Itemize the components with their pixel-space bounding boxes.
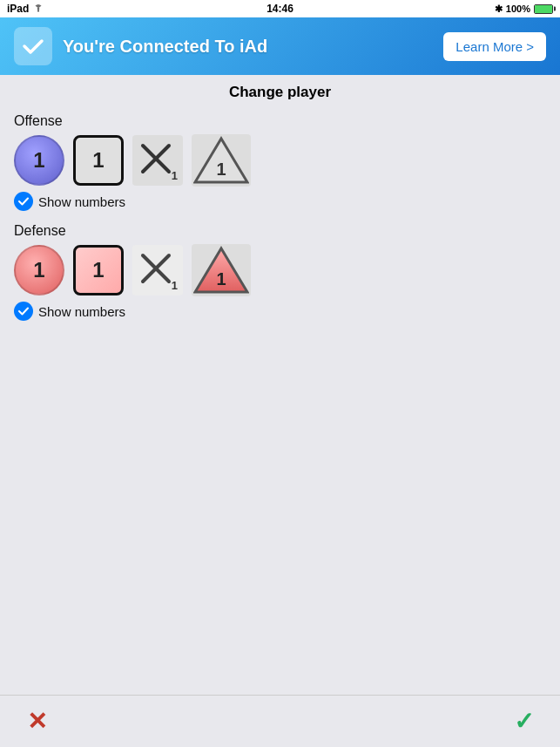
offense-square-player[interactable]: 1 — [73, 135, 124, 186]
offense-circle-player[interactable]: 1 — [14, 135, 64, 186]
confirm-button[interactable]: ✓ — [504, 703, 543, 741]
status-bar: iPad 14:46 ✱ 100% — [0, 0, 560, 17]
status-left: iPad — [7, 3, 44, 15]
wifi-icon — [32, 3, 44, 15]
confirm-icon: ✓ — [514, 707, 534, 736]
defense-player-row: 1 1 1 — [14, 244, 546, 296]
defense-x-player[interactable]: 1 — [132, 245, 183, 295]
cancel-icon: ✕ — [27, 707, 47, 736]
offense-section: Offense 1 1 1 1 — [14, 113, 546, 211]
defense-square-player[interactable]: 1 — [73, 245, 124, 295]
defense-circle-player[interactable]: 1 — [14, 245, 64, 295]
battery-fill — [535, 5, 552, 13]
svg-text:1: 1 — [216, 160, 226, 179]
defense-show-numbers-checkbox[interactable] — [14, 302, 33, 321]
status-time: 14:46 — [267, 3, 293, 15]
iad-banner[interactable]: You're Connected To iAd Learn More > — [0, 17, 560, 75]
defense-x-subscript: 1 — [172, 279, 178, 292]
offense-show-numbers-row[interactable]: Show numbers — [14, 192, 546, 211]
defense-label: Defense — [14, 223, 546, 239]
offense-label: Offense — [14, 113, 546, 129]
svg-point-0 — [37, 10, 39, 12]
bluetooth-icon: ✱ — [495, 3, 503, 15]
defense-section: Defense 1 1 1 — [14, 223, 546, 321]
defense-show-numbers-label: Show numbers — [38, 304, 125, 319]
carrier-label: iPad — [7, 3, 29, 15]
bottom-toolbar: ✕ ✓ — [0, 695, 560, 747]
content-area: Offense 1 1 1 1 — [0, 108, 560, 321]
svg-text:1: 1 — [216, 269, 226, 289]
battery-percent: 100% — [506, 3, 530, 14]
offense-x-player[interactable]: 1 — [132, 135, 183, 186]
cancel-button[interactable]: ✕ — [17, 703, 56, 741]
iad-text: You're Connected To iAd — [63, 37, 433, 57]
offense-show-numbers-label: Show numbers — [38, 194, 125, 209]
offense-show-numbers-checkbox[interactable] — [14, 192, 33, 211]
iad-check-icon — [14, 27, 52, 65]
battery-icon — [534, 4, 553, 14]
learn-more-button[interactable]: Learn More > — [443, 32, 546, 61]
defense-show-numbers-row[interactable]: Show numbers — [14, 302, 546, 321]
status-right: ✱ 100% — [495, 3, 553, 15]
offense-x-subscript: 1 — [172, 169, 178, 182]
page-title: Change player — [0, 75, 560, 108]
defense-circle-number: 1 — [33, 258, 44, 282]
offense-player-row: 1 1 1 1 — [14, 134, 546, 187]
defense-triangle-player[interactable]: 1 — [192, 244, 251, 296]
offense-triangle-player[interactable]: 1 — [192, 134, 251, 187]
defense-square-number: 1 — [92, 258, 104, 282]
offense-square-number: 1 — [92, 148, 104, 173]
offense-circle-number: 1 — [33, 148, 44, 173]
